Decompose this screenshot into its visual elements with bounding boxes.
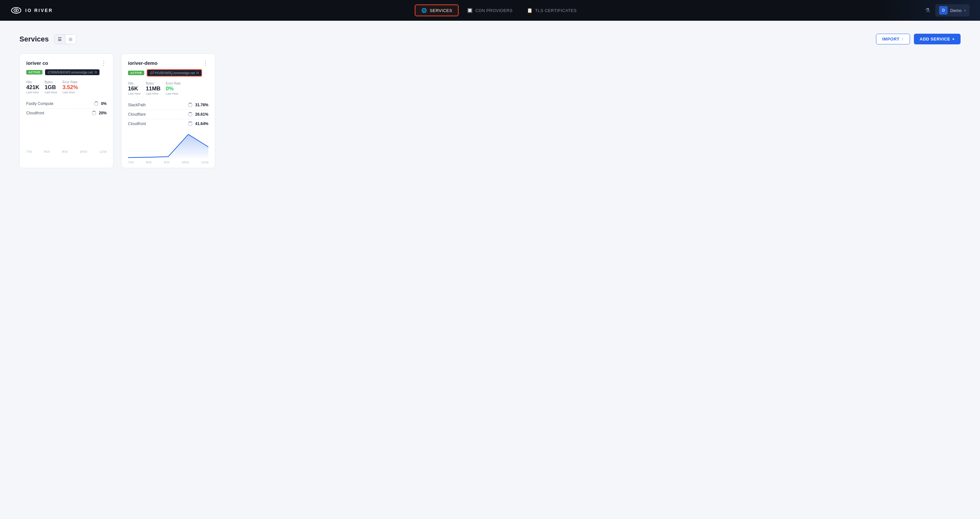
bytes-label: Bytes [45, 80, 57, 84]
chart-x-label: 11/10 [99, 150, 107, 153]
cdn-spinner-icon [92, 111, 96, 115]
stat-bytes: Bytes 1GB Last Hour [45, 80, 57, 94]
hits-label: Hits [128, 82, 141, 85]
stat-bytes: Bytes 11MB Last Hour [146, 82, 161, 95]
main-content: Services ☰ ⊞ IMPORT ↑ ADD SERVICE + iori… [0, 21, 980, 181]
status-badge: ACTIVE [26, 70, 43, 75]
error-rate-sublabel: Last Hour [62, 91, 78, 94]
card-title: ioriver co [26, 60, 48, 66]
chart-x-label: 11/10 [201, 161, 208, 164]
cdn-row: StackPath 31.76% [128, 100, 208, 110]
plus-icon: + [952, 37, 955, 41]
stats-row: Hits 421K Last Hour Bytes 1GB Last Hour … [26, 80, 107, 94]
cdn-pct: 26.61% [195, 112, 208, 117]
error-rate-value: 0% [165, 86, 180, 92]
bytes-sublabel: Last Hour [146, 92, 161, 95]
cdn-spinner-icon [188, 103, 192, 107]
cdn-name: Cloudfront [128, 122, 146, 126]
url-text: i37YKVBXW0Q.ioriveredge.net [150, 71, 195, 75]
user-name: Demo [950, 8, 961, 13]
flask-icon[interactable]: ⚗ [925, 7, 930, 14]
logo-icon [10, 5, 22, 16]
cdn-name: Cloudfront [26, 111, 44, 115]
header: IO RIVER 🌐SERVICES🔲CDN PROVIDERS📋TLS CER… [0, 0, 980, 21]
nav-label-cdn-providers: CDN PROVIDERS [476, 8, 513, 13]
nav-label-tls-certificates: TLS CERTIFICATES [535, 8, 576, 13]
chart-svg [128, 132, 208, 158]
import-label: IMPORT [882, 37, 900, 41]
cards-grid: ioriver co ⋮ ACTIVE iC99W84EKWS.iorivere… [19, 54, 961, 168]
list-view-toggle[interactable]: ☰ [54, 35, 65, 44]
svg-point-2 [16, 10, 17, 11]
copy-icon[interactable]: ⧉ [95, 70, 97, 74]
cdn-name: Fastly Compute [26, 102, 54, 106]
cdn-row: Cloudfront 20% [26, 108, 107, 117]
page-title: Services [19, 35, 49, 43]
hits-sublabel: Last Hour [128, 92, 141, 95]
card-url-row: ACTIVE iC99W84EKWS.ioriveredge.net ⧉ [26, 69, 107, 75]
cdn-spinner-icon [94, 102, 99, 106]
url-chip: iC99W84EKWS.ioriveredge.net ⧉ [45, 69, 100, 75]
cdn-row: Cloudfront 41.64% [128, 119, 208, 128]
cdn-list: Fastly Compute 0% Cloudfront 20% [26, 99, 107, 117]
card-title: ioriver-demo [128, 60, 158, 66]
bytes-label: Bytes [146, 82, 161, 85]
header-buttons: IMPORT ↑ ADD SERVICE + [876, 34, 961, 44]
cdn-spinner-icon [188, 122, 192, 126]
hits-value: 16K [128, 86, 141, 92]
nav-item-services[interactable]: 🌐SERVICES [415, 5, 458, 16]
copy-icon[interactable]: ⧉ [196, 71, 199, 75]
cdn-list: StackPath 31.76% Cloudflare 26.61% [128, 100, 208, 128]
stat-error-rate: Error Rate 3.52% Last Hour [62, 80, 78, 94]
url-text: iC99W84EKWS.ioriveredge.net [48, 71, 93, 74]
bytes-value: 11MB [146, 86, 161, 92]
chart-x-label: 9/10 [164, 161, 170, 164]
cdn-pct: 20% [99, 111, 107, 115]
logo-text: IO RIVER [25, 8, 53, 13]
cdn-right: 20% [92, 111, 107, 115]
card-header: ioriver co ⋮ [26, 60, 107, 66]
bytes-value: 1GB [45, 84, 57, 91]
chart-area: 7/108/109/1010/1011/10 [26, 122, 107, 151]
page-header: Services ☰ ⊞ IMPORT ↑ ADD SERVICE + [19, 34, 961, 44]
import-button[interactable]: IMPORT ↑ [876, 34, 910, 44]
cdn-pct: 31.76% [195, 103, 208, 107]
add-service-button[interactable]: ADD SERVICE + [914, 34, 961, 44]
cdn-pct: 0% [101, 102, 107, 106]
hits-sublabel: Last Hour [26, 91, 40, 94]
logo: IO RIVER [10, 5, 53, 16]
chart-x-label: 10/10 [80, 150, 87, 153]
chart-x-labels: 7/108/109/1010/1011/10 [128, 161, 208, 164]
kebab-menu[interactable]: ⋮ [202, 60, 208, 66]
user-badge[interactable]: D Demo ▾ [935, 4, 970, 16]
chart-x-label: 8/10 [146, 161, 152, 164]
cdn-spinner-icon [188, 112, 192, 117]
card-url-row: ACTIVE i37YKVBXW0Q.ioriveredge.net ⧉ [128, 69, 208, 76]
url-chip: i37YKVBXW0Q.ioriveredge.net ⧉ [147, 69, 202, 76]
chart-x-label: 7/10 [128, 161, 134, 164]
error-rate-label: Error Rate [165, 82, 180, 85]
svg-marker-3 [128, 135, 208, 158]
chart-x-label: 7/10 [26, 150, 32, 153]
grid-view-toggle[interactable]: ⊞ [65, 35, 76, 44]
nav-label-services: SERVICES [430, 8, 452, 13]
cdn-right: 0% [94, 102, 107, 106]
nav-item-cdn-providers[interactable]: 🔲CDN PROVIDERS [461, 5, 518, 16]
chevron-down-icon: ▾ [964, 9, 966, 12]
bytes-sublabel: Last Hour [45, 91, 57, 94]
error-rate-value: 3.52% [62, 84, 78, 91]
stat-error-rate: Error Rate 0% Last Hour [165, 82, 180, 95]
nav-icon-cdn-providers: 🔲 [467, 8, 473, 13]
status-badge: ACTIVE [128, 71, 144, 75]
stats-row: Hits 16K Last Hour Bytes 11MB Last Hour … [128, 82, 208, 95]
hits-value: 421K [26, 84, 40, 91]
kebab-menu[interactable]: ⋮ [101, 60, 107, 66]
add-service-label: ADD SERVICE [920, 37, 950, 41]
nav-item-tls-certificates[interactable]: 📋TLS CERTIFICATES [521, 5, 583, 16]
chart-x-label: 10/10 [181, 161, 189, 164]
error-rate-sublabel: Last Hour [165, 92, 180, 95]
cdn-right: 26.61% [188, 112, 208, 117]
page-title-area: Services ☰ ⊞ [19, 34, 76, 44]
card-header: ioriver-demo ⋮ [128, 60, 208, 66]
cdn-row: Cloudflare 26.61% [128, 110, 208, 119]
